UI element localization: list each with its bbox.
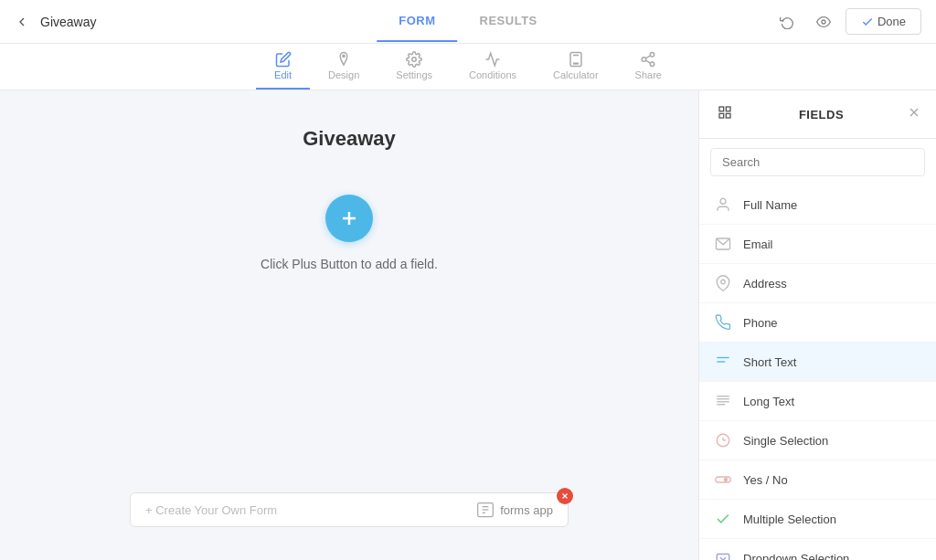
field-item-long-text[interactable]: Long Text [699,382,936,421]
tool-share[interactable]: Share [617,44,680,90]
back-button[interactable] [15,15,29,29]
panel-title: FIELDS [736,108,907,122]
phone-icon [714,313,732,332]
form-canvas: Giveaway Click Plus Button to add a fiel… [0,90,698,560]
close-footer-button[interactable] [557,488,573,504]
top-nav: Giveaway FORM RESULTS Done [0,0,936,44]
check-icon [714,510,732,528]
svg-rect-26 [726,107,730,111]
tool-edit[interactable]: Edit [256,44,310,90]
toolbar: Edit Design Settings Conditions Calculat… [0,44,936,90]
panel-tabs [714,101,736,127]
dropdown-icon [714,549,732,560]
svg-point-2 [412,58,417,62]
svg-line-15 [646,60,651,63]
field-item-multiple-selection[interactable]: Multiple Selection [699,500,936,539]
tool-conditions[interactable]: Conditions [451,44,535,90]
field-label-short-text: Short Text [743,355,796,369]
svg-point-13 [642,58,646,62]
lines-icon [714,392,732,410]
field-label-address: Address [743,277,787,291]
svg-point-14 [650,62,654,67]
fields-list: Full Name Email Address [699,185,936,560]
field-item-email[interactable]: Email [699,225,936,264]
email-icon [714,235,732,253]
svg-line-16 [646,56,651,58]
field-item-yes-no[interactable]: Yes / No [699,460,936,500]
svg-point-0 [822,20,825,24]
svg-point-31 [720,198,726,204]
field-label-phone: Phone [743,316,778,330]
person-icon [714,195,732,214]
text-icon [714,353,732,371]
svg-rect-25 [719,107,724,111]
field-label-full-name: Full Name [743,198,797,212]
top-tabs: FORM RESULTS [377,1,559,42]
field-item-address[interactable]: Address [699,264,936,303]
panel-tab-grid[interactable] [714,101,736,127]
svg-rect-45 [717,555,729,561]
fields-panel: FIELDS Full Name Email [698,90,936,560]
tab-results[interactable]: RESULTS [458,1,559,42]
tool-calculator[interactable]: Calculator [535,44,617,90]
page-title: Giveaway [40,15,96,29]
close-panel-button[interactable] [907,105,921,123]
main-area: Giveaway Click Plus Button to add a fiel… [0,90,936,560]
tool-settings[interactable]: Settings [378,44,451,90]
preview-button[interactable] [809,7,838,37]
field-label-email: Email [743,238,773,251]
circle-dot-icon [714,431,732,449]
panel-header: FIELDS [699,90,936,139]
svg-rect-43 [716,477,731,482]
field-label-long-text: Long Text [743,395,794,408]
svg-point-33 [721,280,726,284]
footer-create-label: + Create Your Own Form [145,503,469,517]
field-label-multiple-selection: Multiple Selection [743,512,836,526]
form-title: Giveaway [303,127,396,151]
footer-brand: forms app [476,501,553,519]
field-item-full-name[interactable]: Full Name [699,185,936,225]
tool-design[interactable]: Design [310,44,378,90]
field-item-short-text[interactable]: Short Text [699,343,936,382]
field-item-single-selection[interactable]: Single Selection [699,421,936,460]
add-field-button[interactable] [325,195,373,242]
svg-point-44 [724,478,729,482]
field-label-single-selection: Single Selection [743,434,828,448]
footer-banner-wrapper: + Create Your Own Form forms app [130,511,569,545]
svg-rect-27 [719,113,724,118]
done-button[interactable]: Done [846,8,921,35]
svg-rect-28 [726,113,730,118]
svg-point-12 [650,53,654,58]
svg-point-1 [343,55,345,57]
field-label-yes-no: Yes / No [743,473,788,487]
field-item-dropdown-selection[interactable]: Dropdown Selection [699,539,936,560]
top-actions: Done [772,7,921,37]
field-label-dropdown-selection: Dropdown Selection [743,552,849,561]
location-icon [714,274,732,292]
form-footer: + Create Your Own Form forms app [130,492,569,527]
search-input[interactable] [710,148,925,176]
history-button[interactable] [772,7,802,37]
toggle-icon [714,470,732,489]
add-field-label: Click Plus Button to add a field. [261,257,438,271]
tab-form[interactable]: FORM [377,1,457,42]
field-item-phone[interactable]: Phone [699,303,936,343]
